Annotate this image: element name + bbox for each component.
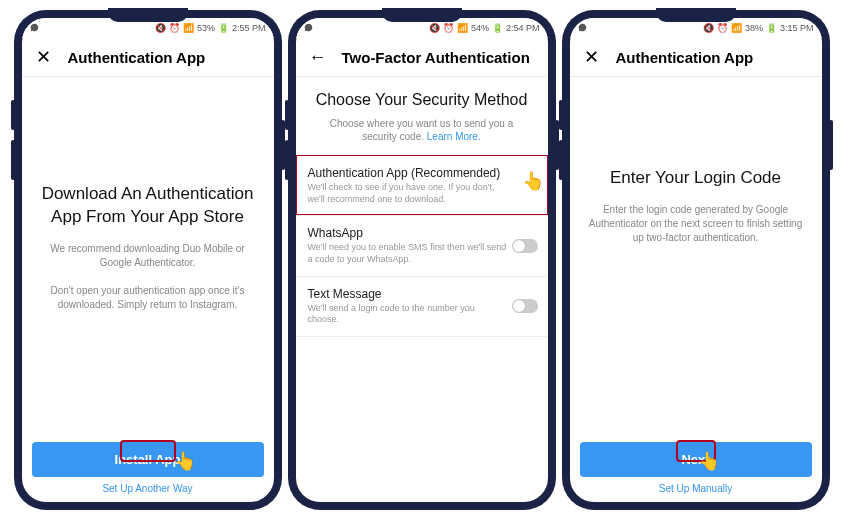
- alarm-icon: ⏰: [717, 23, 728, 33]
- page-title: Two-Factor Authentication: [342, 49, 530, 66]
- option-auth-app[interactable]: Authentication App (Recommended) We'll c…: [296, 155, 548, 215]
- phone-frame: 🔇 ⏰ 📶 38% 🔋 3:15 PM ✕ Authentication App…: [562, 10, 830, 510]
- heading: Choose Your Security Method: [296, 91, 548, 109]
- back-icon[interactable]: ←: [308, 48, 328, 66]
- nav-bar: ← Two-Factor Authentication: [296, 38, 548, 77]
- battery-icon: 🔋: [218, 23, 229, 33]
- description: Enter the login code generated by Google…: [588, 203, 804, 245]
- toggle[interactable]: [512, 239, 538, 253]
- clock-text: 2:55 PM: [232, 23, 266, 33]
- clock-text: 3:15 PM: [780, 23, 814, 33]
- screen: 🔇 ⏰ 📶 53% 🔋 2:55 PM ✕ Authentication App…: [22, 18, 274, 502]
- heading: Download An Authentication App From Your…: [40, 183, 256, 227]
- close-icon[interactable]: ✕: [34, 48, 54, 66]
- battery-text: 54%: [471, 23, 489, 33]
- signal-icon: 📶: [731, 23, 742, 33]
- status-bar: 🔇 ⏰ 📶 53% 🔋 2:55 PM: [22, 18, 274, 38]
- status-bar: 🔇 ⏰ 📶 54% 🔋 2:54 PM: [296, 18, 548, 38]
- setup-manually-link[interactable]: Set Up Manually: [580, 483, 812, 494]
- toggle[interactable]: [512, 299, 538, 313]
- battery-text: 38%: [745, 23, 763, 33]
- mute-icon: 🔇: [429, 23, 440, 33]
- close-icon[interactable]: ✕: [582, 48, 602, 66]
- sub-text: Choose where you want us to send you a s…: [330, 118, 513, 142]
- option-title: Text Message: [308, 287, 508, 301]
- learn-more-link[interactable]: Learn More.: [427, 131, 481, 142]
- page-title: Authentication App: [616, 49, 754, 66]
- clock-text: 2:54 PM: [506, 23, 540, 33]
- signal-icon: 📶: [183, 23, 194, 33]
- option-title: WhatsApp: [308, 226, 508, 240]
- battery-text: 53%: [197, 23, 215, 33]
- option-desc: We'll check to see if you have one. If y…: [308, 182, 508, 205]
- page-title: Authentication App: [68, 49, 206, 66]
- nav-bar: ✕ Authentication App: [570, 38, 822, 77]
- option-text-message[interactable]: Text Message We'll send a login code to …: [296, 276, 548, 337]
- option-whatsapp[interactable]: WhatsApp We'll need you to enable SMS fi…: [296, 215, 548, 275]
- pointer-icon: 👆: [522, 170, 544, 192]
- option-desc: We'll send a login code to the number yo…: [308, 303, 508, 326]
- status-bar: 🔇 ⏰ 📶 38% 🔋 3:15 PM: [570, 18, 822, 38]
- screen: 🔇 ⏰ 📶 54% 🔋 2:54 PM ← Two-Factor Authent…: [296, 18, 548, 502]
- description-2: Don't open your authentication app once …: [40, 284, 256, 312]
- description-1: We recommend downloading Duo Mobile or G…: [40, 242, 256, 270]
- option-desc: We'll need you to enable SMS first then …: [308, 242, 508, 265]
- mute-icon: 🔇: [703, 23, 714, 33]
- mute-icon: 🔇: [155, 23, 166, 33]
- whatsapp-icon: [578, 23, 587, 34]
- nav-bar: ✕ Authentication App: [22, 38, 274, 77]
- whatsapp-icon: [30, 23, 39, 34]
- battery-icon: 🔋: [492, 23, 503, 33]
- screen: 🔇 ⏰ 📶 38% 🔋 3:15 PM ✕ Authentication App…: [570, 18, 822, 502]
- alarm-icon: ⏰: [443, 23, 454, 33]
- phone-frame: 🔇 ⏰ 📶 54% 🔋 2:54 PM ← Two-Factor Authent…: [288, 10, 556, 510]
- whatsapp-icon: [304, 23, 313, 34]
- alarm-icon: ⏰: [169, 23, 180, 33]
- option-title: Authentication App (Recommended): [308, 166, 508, 180]
- next-button[interactable]: Next 👆: [580, 442, 812, 477]
- heading: Enter Your Login Code: [610, 167, 781, 189]
- signal-icon: 📶: [457, 23, 468, 33]
- install-app-button[interactable]: Install App 👆: [32, 442, 264, 477]
- phone-frame: 🔇 ⏰ 📶 53% 🔋 2:55 PM ✕ Authentication App…: [14, 10, 282, 510]
- setup-another-way-link[interactable]: Set Up Another Way: [32, 483, 264, 494]
- battery-icon: 🔋: [766, 23, 777, 33]
